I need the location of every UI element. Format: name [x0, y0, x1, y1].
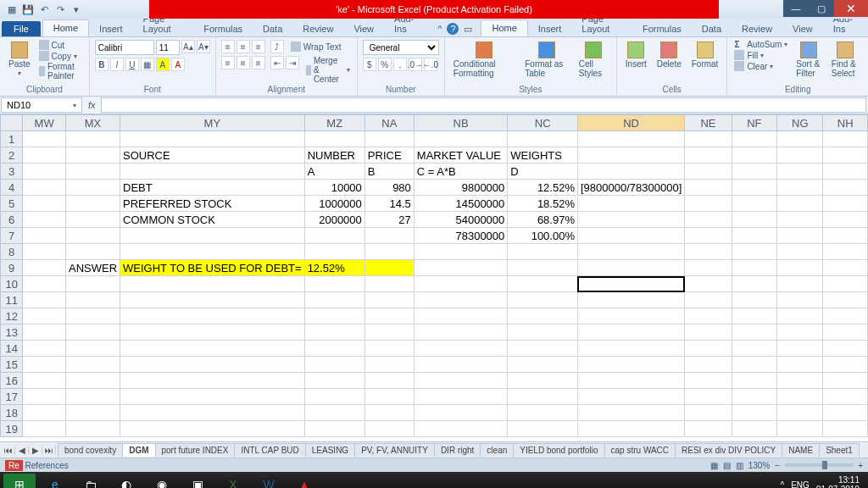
cell-NB10[interactable]: [414, 276, 507, 292]
cell-NH18[interactable]: [823, 405, 868, 421]
cell-NA19[interactable]: [364, 421, 414, 437]
view-pagebreak-icon[interactable]: ▥: [736, 461, 743, 470]
col-header-ND[interactable]: ND: [577, 115, 684, 131]
cell-NE19[interactable]: [685, 421, 732, 437]
cell-MY3[interactable]: [120, 164, 305, 180]
format-painter-button[interactable]: Format Painter: [37, 62, 84, 80]
ribbon-tab-formulas[interactable]: Formulas: [193, 21, 253, 36]
ribbon-tab-data[interactable]: Data: [692, 21, 732, 36]
row-header-5[interactable]: 5: [1, 196, 23, 212]
cell-NE9[interactable]: [685, 260, 732, 276]
taskbar-word-icon[interactable]: W: [253, 474, 285, 488]
cell-NA11[interactable]: [364, 292, 414, 308]
cell-NF17[interactable]: [732, 389, 777, 405]
align-bottom-icon[interactable]: ≡: [252, 40, 265, 53]
cell-MW19[interactable]: [23, 421, 66, 437]
cell-MY13[interactable]: [120, 324, 305, 341]
cell-MY6[interactable]: COMMON STOCK: [120, 212, 305, 228]
ribbon-tab-review[interactable]: Review: [292, 21, 343, 36]
row-header-11[interactable]: 11: [1, 292, 23, 308]
font-color-button[interactable]: A: [171, 58, 185, 71]
cell-NB17[interactable]: [414, 389, 507, 405]
cell-NC4[interactable]: 12.52%: [508, 180, 578, 196]
cell-NE2[interactable]: [685, 147, 732, 164]
cell-NH13[interactable]: [823, 324, 868, 341]
cell-NF6[interactable]: [732, 212, 777, 228]
cell-NA10[interactable]: [364, 276, 414, 292]
cell-NE1[interactable]: [685, 131, 732, 147]
cell-MY14[interactable]: [120, 341, 305, 357]
cell-ND18[interactable]: [577, 405, 684, 421]
cell-MZ14[interactable]: [304, 341, 364, 357]
cell-MY10[interactable]: [120, 276, 305, 292]
cell-MZ4[interactable]: 10000: [304, 180, 364, 196]
cell-NG10[interactable]: [777, 276, 823, 292]
cell-ND3[interactable]: [577, 164, 684, 180]
cell-ND12[interactable]: [577, 308, 684, 324]
cell-MW12[interactable]: [23, 308, 66, 324]
cell-NB14[interactable]: [414, 341, 507, 357]
file-tab[interactable]: File: [2, 21, 41, 36]
cell-NC6[interactable]: 68.97%: [508, 212, 578, 228]
ribbon-tab-insert[interactable]: Insert: [528, 21, 572, 36]
cell-MW17[interactable]: [23, 389, 66, 405]
cell-MY7[interactable]: [120, 228, 305, 244]
align-center-icon[interactable]: ≡: [236, 56, 250, 69]
ribbon-tab-view[interactable]: View: [343, 21, 384, 36]
cell-NC10[interactable]: [508, 276, 578, 292]
cell-MW9[interactable]: [23, 260, 66, 276]
ribbon-tab-home[interactable]: Home: [481, 19, 527, 36]
cell-MW3[interactable]: [23, 164, 66, 180]
cell-NH7[interactable]: [823, 228, 868, 244]
cell-NA9[interactable]: [364, 260, 414, 276]
cell-NG7[interactable]: [777, 228, 823, 244]
cell-NG5[interactable]: [777, 196, 823, 212]
cell-MX3[interactable]: [65, 164, 120, 180]
cell-MX2[interactable]: [65, 147, 120, 164]
cell-NB16[interactable]: [414, 373, 507, 389]
taskbar-clock[interactable]: 13:1101-07-2019: [816, 475, 860, 488]
cell-NC18[interactable]: [508, 405, 578, 421]
increase-indent-icon[interactable]: ⇥: [286, 56, 299, 69]
delete-cells-button[interactable]: Delete: [654, 40, 685, 70]
col-header-NC[interactable]: NC: [508, 115, 578, 131]
minimize-button[interactable]: —: [783, 0, 809, 17]
cell-MY12[interactable]: [120, 308, 305, 324]
zoom-slider[interactable]: [785, 463, 853, 467]
format-as-table-button[interactable]: Format as Table: [521, 40, 572, 80]
cell-NA7[interactable]: [364, 228, 414, 244]
clear-button[interactable]: Clear▾: [732, 61, 789, 71]
cell-NE14[interactable]: [685, 341, 732, 357]
cell-ND11[interactable]: [577, 292, 684, 308]
align-right-icon[interactable]: ≡: [252, 56, 265, 69]
cell-MX1[interactable]: [65, 131, 120, 147]
sheet-nav-next-icon[interactable]: ▶: [29, 446, 42, 455]
cell-MW11[interactable]: [23, 292, 66, 308]
sheet-tab-yield-bond-portfolio[interactable]: YIELD bond portfolio: [513, 443, 604, 457]
cell-MZ3[interactable]: A: [304, 164, 364, 180]
cell-NH9[interactable]: [823, 260, 868, 276]
sheet-tab-clean[interactable]: clean: [480, 443, 514, 457]
cell-NH12[interactable]: [823, 308, 868, 324]
cell-styles-button[interactable]: Cell Styles: [576, 40, 611, 80]
sheet-tab-dir-right[interactable]: DIR right: [434, 443, 481, 457]
cell-ND17[interactable]: [577, 389, 684, 405]
row-header-1[interactable]: 1: [1, 131, 23, 147]
cell-MX16[interactable]: [65, 373, 120, 389]
cell-MW4[interactable]: [23, 180, 66, 196]
sheet-nav-prev-icon[interactable]: ◀: [15, 446, 29, 455]
cell-NH6[interactable]: [823, 212, 868, 228]
tray-up-icon[interactable]: ^: [780, 480, 784, 489]
cell-MZ11[interactable]: [304, 292, 364, 308]
cell-NG8[interactable]: [777, 244, 823, 260]
taskbar-pdf-icon[interactable]: ▲: [288, 474, 320, 488]
cell-NG6[interactable]: [777, 212, 823, 228]
start-button[interactable]: ⊞: [3, 474, 36, 488]
zoom-out-icon[interactable]: −: [775, 461, 780, 470]
cell-NC16[interactable]: [508, 373, 578, 389]
row-header-17[interactable]: 17: [1, 389, 23, 405]
cell-NE7[interactable]: [685, 228, 732, 244]
cell-MZ8[interactable]: [304, 244, 364, 260]
row-header-3[interactable]: 3: [1, 164, 23, 180]
cell-MY18[interactable]: [120, 405, 305, 421]
